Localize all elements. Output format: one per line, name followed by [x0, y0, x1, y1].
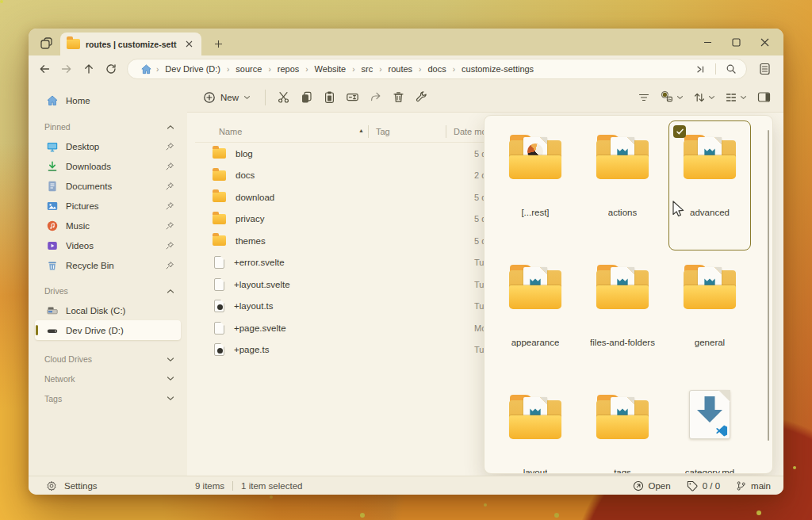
breadcrumb-source[interactable]: source — [232, 63, 265, 75]
sort-button[interactable] — [689, 86, 719, 109]
grid-item-rest[interactable]: [...rest] — [494, 120, 576, 250]
sidebar-item-music[interactable]: Music — [35, 216, 181, 235]
local-disk-icon — [46, 304, 59, 317]
new-tab-button[interactable] — [208, 34, 228, 53]
layout-view-button[interactable] — [721, 86, 751, 109]
sort-ascending-icon: ▲ — [358, 128, 364, 133]
filter-button[interactable] — [632, 86, 655, 109]
overlapping-windows-icon — [40, 37, 52, 49]
grid-item-category-md[interactable]: category.md — [668, 380, 751, 474]
folder-icon — [213, 235, 226, 246]
close-button[interactable] — [750, 29, 779, 55]
pin-icon[interactable] — [163, 220, 176, 232]
pin-icon[interactable] — [163, 239, 176, 252]
chevron-up-icon — [167, 124, 174, 130]
chevron-right-icon: › — [417, 65, 423, 74]
up-button[interactable] — [78, 59, 100, 79]
breadcrumb-customize-settings[interactable]: customize-settings — [458, 63, 537, 75]
rename-button[interactable] — [341, 86, 364, 109]
grid-item-layout[interactable]: layout — [494, 380, 576, 474]
go-to-end-button[interactable] — [691, 60, 709, 78]
section-header-pinned[interactable]: Pinned — [35, 117, 181, 136]
checkbox-checked-icon[interactable] — [673, 125, 686, 138]
grid-item-general[interactable]: general — [668, 250, 751, 380]
sidebar-item-local-disk-c[interactable]: Local Disk (C:) — [35, 300, 181, 320]
trash-icon — [392, 90, 405, 104]
properties-button[interactable] — [410, 86, 433, 109]
pin-icon[interactable] — [163, 200, 176, 212]
close-icon — [186, 40, 193, 48]
delete-button[interactable] — [387, 86, 410, 109]
chevron-down-icon — [167, 376, 174, 381]
pin-icon[interactable] — [163, 160, 176, 173]
section-header-drives[interactable]: Drives — [35, 281, 181, 300]
tab-overview-button[interactable] — [36, 33, 56, 52]
cut-button[interactable] — [272, 86, 295, 109]
tab-routes-customize-settings[interactable]: routes | customize-settings — [60, 32, 201, 55]
column-divider[interactable] — [368, 125, 369, 138]
column-header-tag[interactable]: Tag — [376, 120, 390, 143]
column-header-name[interactable]: Name — [219, 120, 242, 143]
sidebar-item-documents[interactable]: Documents — [35, 176, 181, 196]
home-breadcrumb-icon[interactable] — [137, 60, 155, 78]
refresh-button[interactable] — [100, 59, 122, 79]
grid-item-files-and-folders[interactable]: files-and-folders — [581, 250, 664, 380]
pin-icon[interactable] — [163, 259, 176, 272]
chevron-right-icon: › — [266, 65, 272, 74]
file-list-area: Name ▲ Tag Date modified blog5 da docs2 … — [187, 113, 783, 476]
copy-button[interactable] — [295, 86, 318, 109]
grid-item-tags[interactable]: tags — [581, 380, 664, 474]
sidebar-item-desktop[interactable]: Desktop — [35, 136, 181, 156]
git-changes-indicator[interactable]: 0 / 0 — [687, 480, 720, 491]
breadcrumb-routes[interactable]: routes — [385, 63, 416, 75]
maximize-button[interactable] — [722, 29, 750, 55]
panel-scrollbar[interactable] — [768, 130, 769, 441]
sidebar-item-downloads[interactable]: Downloads — [35, 156, 181, 176]
sidebar-item-pictures[interactable]: Pictures — [35, 196, 181, 216]
pin-icon[interactable] — [163, 180, 176, 193]
divider — [265, 90, 266, 105]
sidebar-item-videos[interactable]: Videos — [35, 235, 181, 255]
settings-button[interactable]: Settings — [29, 480, 187, 491]
breadcrumb-docs[interactable]: docs — [424, 63, 449, 75]
tab-close-button[interactable] — [182, 38, 195, 51]
pin-icon[interactable] — [163, 140, 176, 153]
breadcrumb-repos[interactable]: repos — [274, 63, 303, 75]
breadcrumb-website[interactable]: Website — [312, 63, 350, 75]
share-button[interactable] — [364, 86, 387, 109]
path-list-button[interactable] — [753, 59, 776, 79]
tab-title: routes | customize-settings — [86, 40, 177, 49]
breadcrumb-dev-drive[interactable]: Dev Drive (D:) — [162, 63, 224, 75]
new-button[interactable]: New — [195, 86, 259, 109]
paste-button[interactable] — [318, 86, 341, 109]
minimize-button[interactable] — [693, 29, 722, 55]
group-by-button[interactable] — [657, 86, 688, 109]
git-branch-indicator[interactable]: main — [736, 480, 771, 491]
home-icon — [46, 94, 59, 107]
folder-icon — [684, 135, 736, 179]
sidebar-item-recycle-bin[interactable]: Recycle Bin — [35, 255, 181, 275]
grid-item-advanced-selected[interactable]: advanced — [668, 120, 751, 250]
search-button[interactable] — [722, 60, 740, 78]
open-arrow-icon — [633, 480, 644, 491]
section-header-network[interactable]: Network — [35, 369, 181, 388]
back-button[interactable] — [33, 59, 56, 79]
section-header-cloud-drives[interactable]: Cloud Drives — [35, 350, 181, 369]
address-bar[interactable]: ›Dev Drive (D:) ›source ›repos ›Website … — [127, 59, 747, 79]
open-button[interactable]: Open — [633, 480, 671, 491]
grid-item-actions[interactable]: actions — [581, 120, 664, 250]
items-count: 9 items — [195, 481, 224, 491]
column-divider[interactable] — [446, 125, 446, 138]
status-bar: Settings 9 items 1 item selected Open 0 … — [29, 476, 783, 495]
folder-icon — [509, 395, 561, 439]
grid-item-appearance[interactable]: appearance — [494, 250, 576, 380]
preview-pane-button[interactable] — [753, 86, 776, 109]
section-header-tags[interactable]: Tags — [35, 388, 181, 408]
chevron-right-icon: › — [225, 65, 231, 74]
sidebar-item-dev-drive-d[interactable]: Dev Drive (D:) — [35, 320, 181, 340]
forward-button[interactable] — [56, 59, 78, 79]
sidebar-item-home[interactable]: Home — [35, 90, 181, 111]
address-row: ›Dev Drive (D:) ›source ›repos ›Website … — [29, 55, 783, 82]
breadcrumb-src[interactable]: src — [358, 63, 377, 75]
sidebar-item-label: Home — [66, 96, 176, 105]
